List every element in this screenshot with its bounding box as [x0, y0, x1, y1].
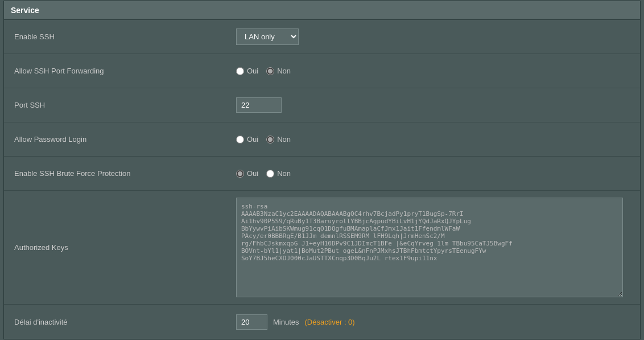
authorized-keys-label: Authorized Keys	[4, 236, 226, 259]
service-panel: Service Enable SSH LAN only WAN only Bot…	[3, 1, 641, 339]
password-login-oui-label[interactable]: Oui	[236, 135, 258, 144]
minutes-text: Minutes	[273, 318, 299, 326]
brute-force-row: Enable SSH Brute Force Protection Oui No…	[4, 157, 640, 191]
idle-timeout-row: Délai d'inactivité Minutes (Désactiver :…	[4, 305, 640, 339]
authorized-keys-value: ssh-rsa AAAAB3NzaC1yc2EAAAADAQABAAABgQC4…	[226, 192, 640, 303]
authorized-keys-textarea[interactable]: ssh-rsa AAAAB3NzaC1yc2EAAAADAQABAAABgQC4…	[236, 198, 623, 297]
port-forwarding-non-radio[interactable]	[266, 67, 274, 75]
brute-force-value: Oui Non	[226, 162, 640, 185]
port-ssh-label: Port SSH	[4, 94, 226, 116]
idle-timeout-label: Délai d'inactivité	[4, 311, 226, 333]
port-forwarding-oui-label[interactable]: Oui	[236, 67, 258, 75]
idle-timeout-value: Minutes (Désactiver : 0)	[226, 308, 640, 337]
port-ssh-value	[226, 91, 640, 120]
allow-port-forwarding-label: Allow SSH Port Forwarding	[4, 60, 226, 82]
brute-force-label: Enable SSH Brute Force Protection	[4, 162, 226, 185]
password-login-radio-group: Oui Non	[236, 135, 291, 144]
port-forwarding-non-text: Non	[277, 67, 291, 75]
authorized-keys-row: Authorized Keys ssh-rsa AAAAB3NzaC1yc2EA…	[4, 191, 640, 305]
password-login-non-radio[interactable]	[266, 136, 274, 144]
enable-ssh-select[interactable]: LAN only WAN only Both Disabled	[236, 28, 299, 45]
brute-force-oui-text: Oui	[247, 169, 258, 178]
enable-ssh-value: LAN only WAN only Both Disabled	[226, 22, 640, 52]
brute-force-radio-group: Oui Non	[236, 169, 291, 178]
brute-force-oui-radio[interactable]	[236, 170, 244, 178]
port-forwarding-oui-radio[interactable]	[236, 67, 244, 75]
port-ssh-row: Port SSH	[4, 88, 640, 122]
enable-ssh-row: Enable SSH LAN only WAN only Both Disabl…	[4, 20, 640, 54]
brute-force-non-label[interactable]: Non	[266, 169, 291, 178]
enable-ssh-label: Enable SSH	[4, 26, 226, 48]
brute-force-oui-label[interactable]: Oui	[236, 169, 258, 178]
password-login-non-text: Non	[277, 135, 291, 144]
allow-port-forwarding-value: Oui Non	[226, 60, 640, 82]
panel-title: Service	[4, 1, 640, 20]
brute-force-non-radio[interactable]	[266, 170, 274, 178]
port-ssh-input[interactable]	[236, 97, 282, 113]
port-forwarding-oui-text: Oui	[247, 67, 258, 75]
password-login-non-label[interactable]: Non	[266, 135, 291, 144]
password-login-oui-radio[interactable]	[236, 136, 244, 144]
port-forwarding-non-label[interactable]: Non	[266, 67, 291, 75]
idle-timeout-input[interactable]	[236, 314, 267, 330]
allow-password-login-value: Oui Non	[226, 128, 640, 150]
port-forwarding-radio-group: Oui Non	[236, 67, 291, 75]
allow-password-login-label: Allow Password Login	[4, 128, 226, 150]
allow-password-login-row: Allow Password Login Oui Non	[4, 122, 640, 157]
password-login-oui-text: Oui	[247, 135, 258, 144]
deactivate-hint: (Désactiver : 0)	[305, 318, 355, 326]
allow-port-forwarding-row: Allow SSH Port Forwarding Oui Non	[4, 54, 640, 88]
brute-force-non-text: Non	[277, 169, 291, 178]
